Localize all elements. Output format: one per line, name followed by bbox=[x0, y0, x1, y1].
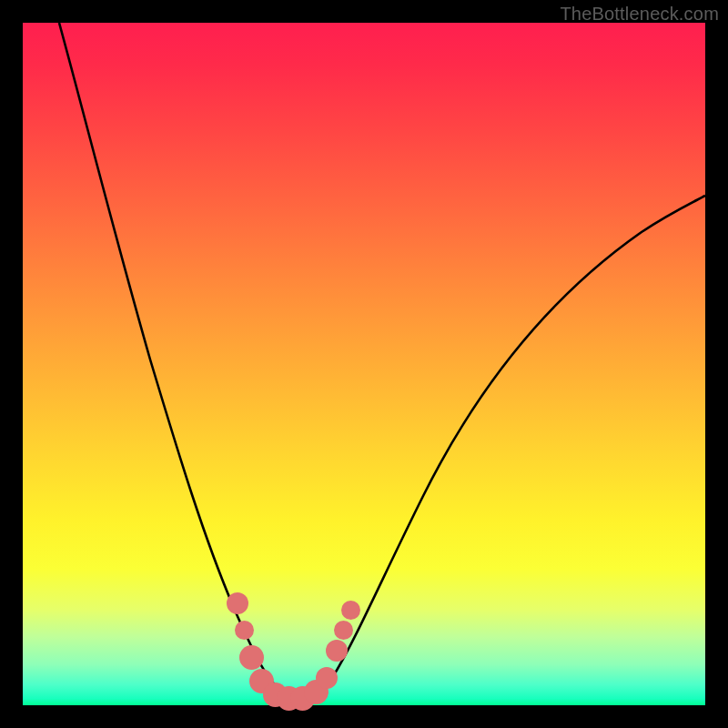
bottleneck-curve-path bbox=[59, 23, 705, 700]
curve-marker bbox=[227, 592, 248, 614]
curve-marker bbox=[239, 645, 264, 670]
curve-marker bbox=[334, 621, 353, 640]
curve-marker bbox=[326, 640, 348, 662]
curve-marker bbox=[341, 601, 360, 620]
watermark-text: TheBottleneck.com bbox=[560, 4, 719, 25]
curve-marker bbox=[316, 667, 338, 689]
bottleneck-curve-svg bbox=[23, 23, 705, 705]
chart-plot-area bbox=[23, 23, 705, 705]
